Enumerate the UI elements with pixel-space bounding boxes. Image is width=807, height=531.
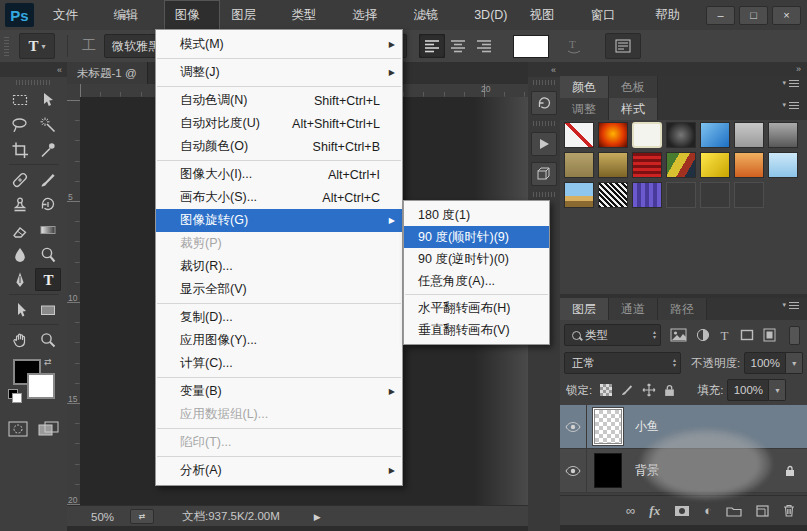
filter-shape-layers-icon[interactable] [740,328,754,342]
layer-thumbnail[interactable] [594,453,622,488]
status-menu-arrow-icon[interactable]: ▶ [314,512,321,522]
menubar-item[interactable]: 编辑(E) [102,0,163,30]
style-swatch[interactable] [734,152,764,178]
style-swatch[interactable] [564,182,594,208]
align-center-button[interactable] [445,34,471,58]
blur-tool[interactable] [7,243,33,266]
style-swatch[interactable] [632,152,662,178]
lock-position-icon[interactable] [642,383,656,397]
menubar-item[interactable]: 3D(D) [463,0,518,30]
magic-wand-tool[interactable] [35,113,61,136]
filter-pixel-layers-icon[interactable] [670,328,687,342]
align-left-button[interactable] [419,34,445,58]
image-menu-item[interactable]: 陷印(T)... [156,431,402,454]
layer-row[interactable]: 背景 [560,449,807,493]
swap-colors-icon[interactable]: ⇄ [44,357,52,367]
menubar-item[interactable]: 选择(S) [341,0,402,30]
adjustment-layer-icon[interactable]: ◐ [704,503,712,518]
image-menu-item[interactable]: 分析(A)▶ [156,459,402,482]
move-tool[interactable] [35,88,61,111]
lock-pixels-icon[interactable] [620,383,634,397]
rotate-submenu-item[interactable]: 垂直翻转画布(V) [404,319,549,341]
spot-healing-brush-tool[interactable] [7,168,33,191]
style-swatch[interactable] [768,122,798,148]
minimize-button[interactable]: – [706,6,735,25]
panel-menu-button[interactable]: ▾ [782,79,805,87]
style-swatch[interactable] [700,122,730,148]
tool-preset-picker[interactable]: T ▾ [19,33,55,59]
menubar-item[interactable]: 帮助(H) [644,0,706,30]
image-menu-item[interactable]: 自动颜色(O)Shift+Ctrl+B [156,135,402,158]
style-swatch[interactable] [632,122,662,148]
screen-mode-icon[interactable] [38,421,60,437]
dock-header[interactable]: « [528,62,560,77]
style-swatch[interactable] [666,182,696,208]
filter-type-select[interactable]: 类型 ▴▾ [564,324,661,346]
image-menu-item[interactable]: 图像大小(I)...Alt+Ctrl+I [156,163,402,186]
menubar-item[interactable]: 文件(F) [42,0,103,30]
menubar-item[interactable]: 窗口(W) [580,0,644,30]
image-menu-item[interactable]: 复制(D)... [156,306,402,329]
image-menu-item[interactable]: 显示全部(V) [156,278,402,301]
panel-tab[interactable]: 颜色 [560,76,609,98]
options-bar-grip[interactable] [4,36,9,56]
style-swatch[interactable] [666,122,696,148]
rotate-submenu-item[interactable]: 90 度(顺时针)(9) [404,226,549,248]
layer-thumbnail[interactable] [594,409,622,444]
panel-tab[interactable]: 通道 [609,298,658,320]
document-tab[interactable]: 未标题-1 @ [67,62,148,84]
panel-tab[interactable]: 调整 [560,98,609,120]
lock-all-icon[interactable] [664,384,675,397]
image-menu-item[interactable]: 应用图像(Y)... [156,329,402,352]
panel-tab[interactable]: 色板 [609,76,658,98]
image-menu-item[interactable]: 调整(J)▶ [156,61,402,84]
rectangle-shape-tool[interactable] [35,298,61,321]
rotate-submenu-item[interactable]: 任意角度(A)... [404,270,549,292]
image-menu-item[interactable]: 画布大小(S)...Alt+Ctrl+C [156,186,402,209]
image-menu-item[interactable]: 裁切(R)... [156,255,402,278]
eyedropper-tool[interactable] [35,138,61,161]
style-swatch[interactable] [598,122,628,148]
filter-adjustment-layers-icon[interactable] [696,328,710,342]
filter-toggle-switch[interactable] [789,326,800,345]
visibility-toggle[interactable] [560,405,587,448]
style-swatch[interactable] [598,182,628,208]
menubar-item[interactable]: 图像(I) [164,0,221,30]
brush-tool[interactable] [35,168,61,191]
filter-smart-objects-icon[interactable] [763,328,776,342]
fill-value[interactable]: 100% [727,379,769,401]
text-color-swatch[interactable] [513,35,549,58]
menubar-item[interactable]: 类型(Y) [280,0,341,30]
style-swatch[interactable] [734,182,764,208]
opacity-dropdown-arrow[interactable]: ▼ [786,352,803,374]
toolbox-header[interactable]: « [0,62,67,77]
close-button[interactable]: × [772,6,801,25]
toggle-text-orientation-icon[interactable]: 工 [82,37,96,55]
gradient-tool[interactable] [35,218,61,241]
image-menu-item[interactable]: 图像旋转(G)▶ [156,209,402,232]
link-layers-icon[interactable]: ∞ [626,503,635,518]
blend-mode-select[interactable]: 正常 ▴▾ [564,352,681,374]
eraser-tool[interactable] [7,218,33,241]
style-swatch[interactable] [632,182,662,208]
new-layer-icon[interactable] [756,505,769,517]
background-color-swatch[interactable] [27,373,55,399]
group-folder-icon[interactable] [726,505,742,517]
status-fit-icon[interactable]: ⇄ [130,509,154,524]
zoom-tool[interactable] [35,328,61,351]
panel-tab[interactable]: 样式 [609,98,658,120]
image-menu-item[interactable]: 自动对比度(U)Alt+Shift+Ctrl+L [156,112,402,135]
style-swatch[interactable] [700,182,730,208]
image-menu-item[interactable]: 自动色调(N)Shift+Ctrl+L [156,89,402,112]
dodge-tool[interactable] [35,243,61,266]
dock-grip[interactable] [533,121,555,126]
fill-dropdown-arrow[interactable]: ▼ [769,379,786,401]
history-brush-tool[interactable] [35,193,61,216]
style-swatch[interactable] [564,152,594,178]
pen-tool[interactable] [7,268,33,291]
panel-menu-button[interactable]: ▾ [782,101,805,109]
style-swatch[interactable] [598,152,628,178]
lasso-tool[interactable] [7,113,33,136]
quick-mask-icon[interactable] [8,421,28,437]
dock-grip[interactable] [533,192,555,197]
